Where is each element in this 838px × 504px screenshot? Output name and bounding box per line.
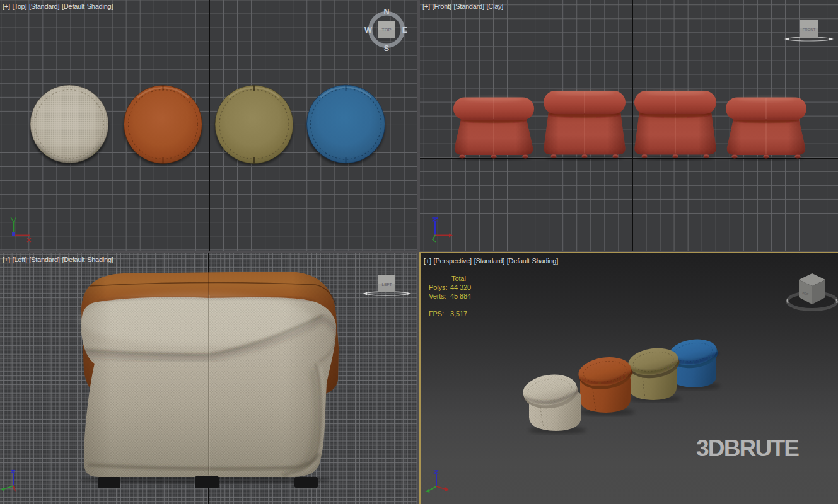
svg-text:TOP: TOP xyxy=(381,27,391,33)
svg-text:W: W xyxy=(364,26,372,35)
svg-text:N: N xyxy=(383,8,389,16)
svg-text:LEFT: LEFT xyxy=(382,282,392,287)
svg-text:E: E xyxy=(402,26,407,35)
svg-text:S: S xyxy=(384,44,389,53)
svg-text:FRONT: FRONT xyxy=(803,28,816,32)
